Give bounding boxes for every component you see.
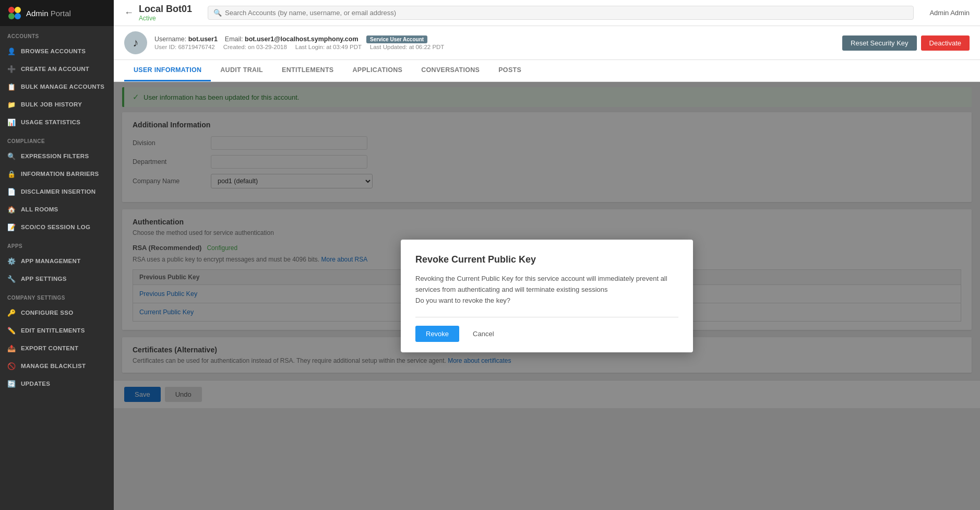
- modal-title: Revoke Current Public Key: [415, 254, 678, 265]
- filter-icon: 🔍: [7, 152, 16, 160]
- sidebar-item-app-settings[interactable]: 🔧 App Settings: [0, 270, 114, 288]
- sidebar-item-expression-filters[interactable]: 🔍 Expression Filters: [0, 147, 114, 165]
- folder-icon: 📁: [7, 100, 16, 109]
- profile-actions: Reset Security Key Deactivate: [842, 35, 970, 51]
- topbar-user: Admin Admin: [929, 9, 970, 17]
- sidebar-item-bulk-job-history[interactable]: 📁 Bulk Job History: [0, 96, 114, 113]
- tab-audit-trail[interactable]: Audit Trail: [211, 60, 272, 81]
- sidebar-section-company-settings: Company Settings: [0, 288, 114, 304]
- wrench-icon: 🔧: [7, 275, 16, 283]
- barrier-icon: 🔒: [7, 170, 16, 178]
- edit-icon: ✏️: [7, 326, 16, 335]
- modal-actions: Revoke Cancel: [415, 326, 678, 342]
- svg-point-0: [8, 7, 15, 13]
- sidebar-item-label: App Settings: [21, 276, 67, 282]
- sidebar-item-label: Export Content: [21, 345, 78, 351]
- topbar: ← Local Bot01 Active 🔍 Admin Admin: [114, 0, 980, 26]
- log-icon: 📝: [7, 223, 16, 231]
- profile-row2: User ID: 68719476742 Created: on 03-29-2…: [154, 44, 835, 50]
- avatar-icon: ♪: [133, 36, 139, 50]
- export-icon: 📤: [7, 344, 16, 352]
- room-icon: 🏠: [7, 205, 16, 214]
- search-input[interactable]: [225, 9, 908, 17]
- last-login-label: Last Login: at 03:49 PDT: [295, 44, 362, 50]
- modal-box: Revoke Current Public Key Revoking the C…: [401, 240, 693, 352]
- avatar: ♪: [124, 31, 147, 54]
- email-label: Email:: [225, 35, 243, 43]
- sidebar-item-manage-blacklist[interactable]: 🚫 Manage Blacklist: [0, 357, 114, 375]
- modal-divider: [415, 317, 678, 317]
- profile-info: Username: bot.user1 Email: bot.user1@loc…: [154, 35, 835, 50]
- sidebar-item-label: Updates: [21, 381, 50, 387]
- tab-applications[interactable]: Applications: [343, 60, 412, 81]
- sidebar-item-label: Usage Statistics: [21, 119, 80, 125]
- user-id-value: 68719476742: [178, 44, 214, 50]
- sidebar-logo-text: Admin Portal: [26, 9, 71, 18]
- modal-body-line1: Revoking the Current Public Key for this…: [415, 274, 678, 295]
- sidebar-item-label: Manage Blacklist: [21, 363, 86, 369]
- last-updated-label: Last Updated: at 06:22 PDT: [370, 44, 445, 50]
- sidebar-item-bulk-manage[interactable]: 📋 Bulk Manage Accounts: [0, 78, 114, 96]
- back-button[interactable]: ←: [124, 7, 134, 18]
- page-status: Active: [139, 15, 192, 22]
- tab-entitlements[interactable]: Entitlements: [272, 60, 343, 81]
- sidebar-item-label: Disclaimer Insertion: [21, 188, 95, 195]
- sidebar-item-usage-statistics[interactable]: 📊 Usage Statistics: [0, 113, 114, 131]
- sidebar-item-create-account[interactable]: ➕ Create an Account: [0, 60, 114, 78]
- sidebar-item-label: Expression Filters: [21, 153, 89, 159]
- service-badge: Service User Account: [366, 35, 427, 43]
- modal-cancel-button[interactable]: Cancel: [464, 326, 502, 342]
- reset-security-key-button[interactable]: Reset Security Key: [842, 35, 917, 51]
- person-icon: 👤: [7, 47, 16, 55]
- svg-point-2: [8, 13, 15, 19]
- sidebar-item-label: App Management: [21, 258, 81, 264]
- sidebar-item-disclaimer-insertion[interactable]: 📄 Disclaimer Insertion: [0, 183, 114, 200]
- sidebar-item-information-barriers[interactable]: 🔒 Information Barriers: [0, 165, 114, 183]
- created-label: Created: on 03-29-2018: [223, 44, 287, 50]
- logo-icon: [7, 6, 22, 20]
- user-id-label: User ID:: [154, 44, 176, 50]
- page-title-block: Local Bot01 Active: [139, 4, 192, 22]
- tab-user-information[interactable]: User Information: [124, 60, 211, 81]
- tab-posts[interactable]: Posts: [489, 60, 531, 81]
- gear-icon: ⚙️: [7, 257, 16, 265]
- tabs-bar: User Information Audit Trail Entitlement…: [114, 60, 980, 82]
- sidebar-item-edit-entitlements[interactable]: ✏️ Edit Entitlements: [0, 322, 114, 339]
- search-box[interactable]: 🔍: [208, 6, 914, 20]
- username-label: Username:: [154, 35, 186, 43]
- sidebar-item-label: Create an Account: [21, 66, 89, 72]
- modal-body-line2: Do you want to revoke the key?: [415, 295, 678, 306]
- sidebar-logo: Admin Portal: [0, 0, 114, 26]
- deactivate-button[interactable]: Deactivate: [921, 35, 970, 51]
- profile-row1: Username: bot.user1 Email: bot.user1@loc…: [154, 35, 835, 43]
- svg-point-1: [15, 7, 21, 13]
- sidebar-item-label: Bulk Job History: [21, 101, 82, 108]
- update-icon: 🔄: [7, 379, 16, 388]
- search-icon: 🔍: [213, 9, 222, 17]
- main-content: ← Local Bot01 Active 🔍 Admin Admin ♪ Use…: [114, 0, 980, 510]
- modal-revoke-button[interactable]: Revoke: [415, 326, 459, 342]
- sidebar-item-all-rooms[interactable]: 🏠 All Rooms: [0, 200, 114, 218]
- sidebar-item-label: Edit Entitlements: [21, 327, 85, 334]
- sidebar-section-apps: Apps: [0, 236, 114, 252]
- sidebar-item-label: Browse Accounts: [21, 48, 86, 54]
- sidebar-section-accounts: Accounts: [0, 26, 114, 42]
- sidebar-item-label: Configure SSO: [21, 310, 73, 316]
- sidebar-item-export-content[interactable]: 📤 Export Content: [0, 339, 114, 357]
- sidebar-item-label: All Rooms: [21, 206, 58, 212]
- modal-overlay: Revoke Current Public Key Revoking the C…: [114, 82, 980, 510]
- username-value: bot.user1: [188, 35, 218, 43]
- sidebar-item-app-management[interactable]: ⚙️ App Management: [0, 252, 114, 270]
- tab-conversations[interactable]: Conversations: [412, 60, 489, 81]
- sidebar-item-label: Information Barriers: [21, 171, 99, 177]
- sidebar-item-configure-sso[interactable]: 🔑 Configure SSO: [0, 304, 114, 322]
- sidebar-item-updates[interactable]: 🔄 Updates: [0, 375, 114, 393]
- sidebar-item-browse-accounts[interactable]: 👤 Browse Accounts: [0, 42, 114, 60]
- chart-icon: 📊: [7, 118, 16, 126]
- sidebar-item-sco-session-log[interactable]: 📝 SCO/CO Session Log: [0, 218, 114, 236]
- profile-bar: ♪ Username: bot.user1 Email: bot.user1@l…: [114, 26, 980, 60]
- sidebar-section-compliance: Compliance: [0, 131, 114, 147]
- email-value: bot.user1@localhost.symphony.com: [245, 35, 358, 43]
- sidebar: Admin Portal Accounts 👤 Browse Accounts …: [0, 0, 114, 510]
- block-icon: 🚫: [7, 362, 16, 370]
